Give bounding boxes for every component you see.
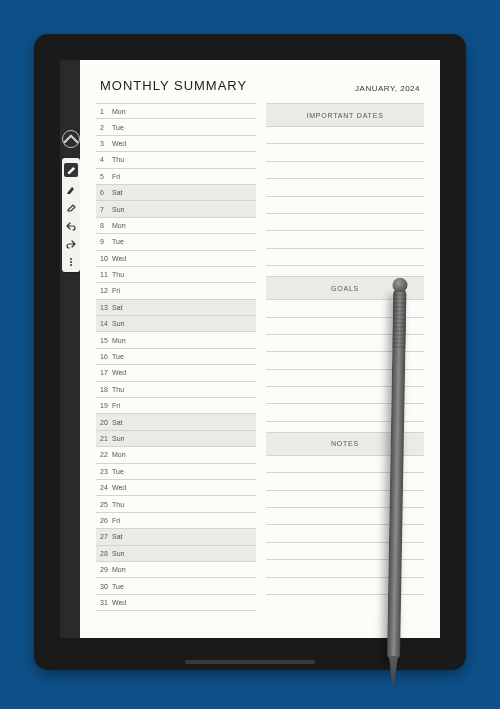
writing-line[interactable] bbox=[266, 456, 424, 473]
panel-goals: GOALS bbox=[266, 276, 424, 422]
writing-line[interactable] bbox=[266, 197, 424, 214]
day-row[interactable]: 29Mon bbox=[96, 562, 256, 578]
toolbar-collapse-button[interactable] bbox=[62, 130, 80, 148]
writing-line[interactable] bbox=[266, 179, 424, 196]
day-row[interactable]: 31Wed bbox=[96, 595, 256, 611]
undo-tool-icon[interactable] bbox=[66, 221, 76, 231]
day-weekday: Sat bbox=[112, 419, 123, 426]
writing-line[interactable] bbox=[266, 508, 424, 525]
writing-line[interactable] bbox=[266, 335, 424, 352]
writing-line[interactable] bbox=[266, 525, 424, 542]
writing-line[interactable] bbox=[266, 249, 424, 266]
day-row[interactable]: 7Sun bbox=[96, 201, 256, 217]
toolbar-panel bbox=[62, 158, 80, 272]
day-row[interactable]: 12Fri bbox=[96, 283, 256, 299]
page-header: MONTHLY SUMMARY JANUARY, 2024 bbox=[96, 78, 424, 93]
writing-line[interactable] bbox=[266, 300, 424, 317]
day-number: 24 bbox=[100, 484, 112, 491]
day-weekday: Thu bbox=[112, 501, 124, 508]
day-row[interactable]: 25Thu bbox=[96, 496, 256, 512]
day-number: 28 bbox=[100, 550, 112, 557]
writing-line[interactable] bbox=[266, 404, 424, 421]
day-weekday: Thu bbox=[112, 386, 124, 393]
day-row[interactable]: 21Sun bbox=[96, 431, 256, 447]
day-weekday: Wed bbox=[112, 484, 126, 491]
day-weekday: Sat bbox=[112, 189, 123, 196]
day-row[interactable]: 4Thu bbox=[96, 152, 256, 168]
day-weekday: Fri bbox=[112, 173, 120, 180]
day-row[interactable]: 5Fri bbox=[96, 169, 256, 185]
panel-lines bbox=[266, 456, 424, 595]
writing-line[interactable] bbox=[266, 473, 424, 490]
writing-line[interactable] bbox=[266, 387, 424, 404]
day-row[interactable]: 6Sat bbox=[96, 185, 256, 201]
day-row[interactable]: 15Mon bbox=[96, 332, 256, 348]
day-row[interactable]: 16Tue bbox=[96, 349, 256, 365]
day-number: 26 bbox=[100, 517, 112, 524]
writing-line[interactable] bbox=[266, 578, 424, 595]
day-number: 31 bbox=[100, 599, 112, 606]
day-number: 8 bbox=[100, 222, 112, 229]
day-number: 21 bbox=[100, 435, 112, 442]
panel-important-dates: IMPORTANT DATES bbox=[266, 103, 424, 266]
writing-line[interactable] bbox=[266, 144, 424, 161]
writing-line[interactable] bbox=[266, 560, 424, 577]
highlighter-tool-icon[interactable] bbox=[66, 185, 76, 195]
eraser-tool-icon[interactable] bbox=[66, 203, 76, 213]
day-row[interactable]: 28Sun bbox=[96, 546, 256, 562]
panel-header: IMPORTANT DATES bbox=[266, 103, 424, 127]
day-row[interactable]: 22Mon bbox=[96, 447, 256, 463]
day-weekday: Wed bbox=[112, 599, 126, 606]
day-row[interactable]: 9Tue bbox=[96, 234, 256, 250]
day-number: 19 bbox=[100, 402, 112, 409]
day-row[interactable]: 23Tue bbox=[96, 464, 256, 480]
panel-lines bbox=[266, 300, 424, 422]
day-row[interactable]: 19Fri bbox=[96, 398, 256, 414]
day-weekday: Sat bbox=[112, 533, 123, 540]
day-number: 15 bbox=[100, 337, 112, 344]
more-tool-icon[interactable] bbox=[66, 257, 76, 267]
day-row[interactable]: 24Wed bbox=[96, 480, 256, 496]
day-weekday: Mon bbox=[112, 451, 126, 458]
day-weekday: Tue bbox=[112, 583, 124, 590]
day-row[interactable]: 26Fri bbox=[96, 513, 256, 529]
day-row[interactable]: 1Mon bbox=[96, 103, 256, 119]
writing-line[interactable] bbox=[266, 318, 424, 335]
writing-line[interactable] bbox=[266, 162, 424, 179]
writing-line[interactable] bbox=[266, 352, 424, 369]
day-number: 3 bbox=[100, 140, 112, 147]
writing-line[interactable] bbox=[266, 491, 424, 508]
writing-line[interactable] bbox=[266, 370, 424, 387]
panel-header: GOALS bbox=[266, 276, 424, 300]
day-row[interactable]: 3Wed bbox=[96, 136, 256, 152]
day-row[interactable]: 8Mon bbox=[96, 218, 256, 234]
day-row[interactable]: 13Sat bbox=[96, 300, 256, 316]
tablet-device: MONTHLY SUMMARY JANUARY, 2024 1Mon2Tue3W… bbox=[34, 34, 466, 670]
day-weekday: Sun bbox=[112, 320, 124, 327]
day-row[interactable]: 14Sun bbox=[96, 316, 256, 332]
day-row[interactable]: 11Thu bbox=[96, 267, 256, 283]
writing-line[interactable] bbox=[266, 231, 424, 248]
pen-tool-icon[interactable] bbox=[64, 163, 78, 177]
day-weekday: Mon bbox=[112, 222, 126, 229]
day-row[interactable]: 2Tue bbox=[96, 119, 256, 135]
day-row[interactable]: 10Wed bbox=[96, 251, 256, 267]
writing-line[interactable] bbox=[266, 127, 424, 144]
panel-notes: NOTES bbox=[266, 432, 424, 595]
day-row[interactable]: 17Wed bbox=[96, 365, 256, 381]
day-list: 1Mon2Tue3Wed4Thu5Fri6Sat7Sun8Mon9Tue10We… bbox=[96, 103, 256, 611]
redo-tool-icon[interactable] bbox=[66, 239, 76, 249]
day-row[interactable]: 30Tue bbox=[96, 578, 256, 594]
day-weekday: Tue bbox=[112, 353, 124, 360]
day-number: 20 bbox=[100, 419, 112, 426]
day-number: 6 bbox=[100, 189, 112, 196]
day-weekday: Mon bbox=[112, 337, 126, 344]
writing-line[interactable] bbox=[266, 543, 424, 560]
panel-header: NOTES bbox=[266, 432, 424, 456]
day-row[interactable]: 20Sat bbox=[96, 414, 256, 430]
writing-line[interactable] bbox=[266, 214, 424, 231]
tablet-screen: MONTHLY SUMMARY JANUARY, 2024 1Mon2Tue3W… bbox=[60, 60, 440, 638]
day-row[interactable]: 27Sat bbox=[96, 529, 256, 545]
day-row[interactable]: 18Thu bbox=[96, 382, 256, 398]
day-weekday: Tue bbox=[112, 468, 124, 475]
